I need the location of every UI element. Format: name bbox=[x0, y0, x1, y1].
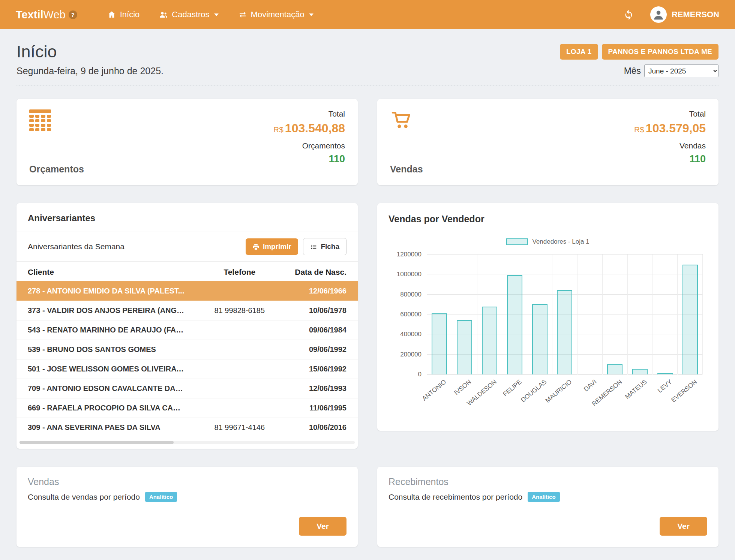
cell-cliente: 709 - ANTONIO EDSON CAVALCANTE DAN... bbox=[16, 379, 196, 398]
cell-nascimento: 12/06/1966 bbox=[283, 281, 358, 301]
cell-cliente: 278 - ANTONIO EMIDIO DA SILVA (PALEST... bbox=[16, 281, 196, 301]
table-row[interactable]: 309 - ANA SEVERINA PAES DA SILVA 81 9967… bbox=[16, 418, 358, 437]
brand[interactable]: TextilWeb ? bbox=[16, 9, 77, 21]
total-label: Total bbox=[273, 109, 345, 118]
caret-down-icon bbox=[214, 13, 219, 16]
nav-item-label: Início bbox=[120, 10, 140, 19]
bar[interactable] bbox=[432, 313, 447, 374]
exchange-icon bbox=[238, 10, 247, 19]
horizontal-scrollbar bbox=[20, 441, 355, 444]
y-axis-tick: 400000 bbox=[400, 331, 422, 338]
total-label: Total bbox=[634, 109, 706, 118]
bar-slot bbox=[477, 255, 502, 374]
print-button[interactable]: Imprimir bbox=[246, 238, 298, 255]
refresh-icon[interactable] bbox=[624, 10, 634, 20]
table-row[interactable]: 709 - ANTONIO EDSON CAVALCANTE DAN... 12… bbox=[16, 379, 358, 398]
x-axis-label: FELIPE bbox=[501, 378, 523, 398]
users-icon bbox=[159, 10, 168, 19]
bar[interactable] bbox=[457, 320, 472, 374]
brand-textil: Textil bbox=[16, 9, 44, 21]
report-subtitle: Consulta de vendas por período bbox=[28, 493, 140, 502]
store-badge[interactable]: LOJA 1 bbox=[560, 44, 598, 60]
print-button-label: Imprimir bbox=[263, 243, 291, 251]
cell-nascimento: 11/06/1995 bbox=[283, 398, 358, 418]
bar-slot bbox=[527, 255, 552, 374]
table-row[interactable]: 373 - VALDIR DOS ANJOS PEREIRA (ANGE... … bbox=[16, 301, 358, 320]
navbar-right: REMERSON bbox=[624, 6, 719, 23]
card-title: Vendas bbox=[390, 164, 423, 175]
vendas-report-card: Vendas Consulta de vendas por período An… bbox=[16, 467, 358, 547]
cell-nascimento: 10/06/1978 bbox=[283, 301, 358, 320]
help-icon[interactable]: ? bbox=[69, 10, 77, 19]
birthdays-table: Cliente Telefone Data de Nasc. 278 - ANT… bbox=[16, 262, 358, 437]
cell-telefone: 81 99828-6185 bbox=[196, 301, 283, 320]
shopping-cart-icon bbox=[390, 109, 412, 130]
x-axis-slot: MAURICIO bbox=[552, 374, 578, 410]
cell-nascimento: 12/06/1993 bbox=[283, 379, 358, 398]
date-row: Segunda-feira, 9 de junho de 2025. Mês J… bbox=[16, 64, 718, 85]
x-axis-label: LEVY bbox=[656, 378, 674, 394]
col-telefone: Telefone bbox=[196, 262, 283, 281]
bar[interactable] bbox=[482, 307, 497, 374]
amount: 103.540,88 bbox=[285, 121, 345, 135]
count-value: 110 bbox=[273, 153, 345, 165]
table-row[interactable]: 539 - BRUNO DOS SANTOS GOMES 09/06/1992 bbox=[16, 340, 358, 359]
x-axis-label: IVSON bbox=[453, 378, 473, 397]
cell-nascimento: 09/06/1984 bbox=[283, 320, 358, 340]
nav-item-cadastros[interactable]: Cadastros bbox=[152, 5, 225, 24]
bar-slot bbox=[652, 255, 677, 374]
bar[interactable] bbox=[532, 304, 548, 374]
nav-item-inicio[interactable]: Início bbox=[100, 5, 147, 24]
summary-cards: Orçamentos Total R$103.540,88 Orçamentos… bbox=[16, 99, 718, 185]
cell-cliente: 309 - ANA SEVERINA PAES DA SILVA bbox=[16, 418, 196, 437]
x-axis-label: DAVI bbox=[582, 378, 598, 393]
y-axis-tick: 600000 bbox=[400, 311, 422, 318]
ver-vendas-button[interactable]: Ver bbox=[299, 517, 346, 536]
cell-cliente: 543 - RENATO MARINHO DE ARAUJO (FAZ... bbox=[16, 320, 196, 340]
month-filter: Mês June - 2025 bbox=[624, 64, 718, 77]
bar[interactable] bbox=[632, 369, 648, 374]
home-icon bbox=[107, 10, 116, 19]
bar-chart-plot: 020000040000060000080000010000001200000 bbox=[427, 255, 703, 374]
ficha-button[interactable]: Ficha bbox=[303, 238, 346, 255]
bar-slot bbox=[627, 255, 652, 374]
x-axis-slot: FELIPE bbox=[502, 374, 527, 410]
cell-cliente: 539 - BRUNO DOS SANTOS GOMES bbox=[16, 340, 196, 359]
nav-item-label: Movimentação bbox=[251, 10, 304, 19]
brand-web: Web bbox=[44, 9, 66, 21]
x-axis-slot: MATEUS bbox=[627, 374, 652, 410]
bar[interactable] bbox=[607, 364, 622, 374]
company-badge[interactable]: PANNOS E PANNOS LTDA ME bbox=[602, 44, 718, 60]
bar[interactable] bbox=[682, 265, 698, 374]
bar[interactable] bbox=[557, 290, 572, 374]
chart-x-axis-labels: ANTONIOIVSONWALDESONFELIPEDOUGLASMAURICI… bbox=[427, 374, 703, 410]
user-menu[interactable]: REMERSON bbox=[650, 6, 719, 23]
y-axis-tick: 1200000 bbox=[397, 251, 422, 258]
list-icon bbox=[310, 243, 317, 250]
ver-recebimentos-button[interactable]: Ver bbox=[660, 517, 707, 536]
chart-legend[interactable]: Vendedores - Loja 1 bbox=[388, 238, 707, 246]
table-row[interactable]: 669 - RAFAELA PROCOPIO DA SILVA CARV... … bbox=[16, 398, 358, 418]
nav-item-movimentacao[interactable]: Movimentação bbox=[231, 5, 320, 24]
table-row[interactable]: 278 - ANTONIO EMIDIO DA SILVA (PALEST...… bbox=[16, 281, 358, 301]
bar[interactable] bbox=[507, 275, 522, 374]
table-row[interactable]: 543 - RENATO MARINHO DE ARAUJO (FAZ... 0… bbox=[16, 320, 358, 340]
cell-telefone bbox=[196, 340, 283, 359]
birthdays-subtitle: Aniversariantes da Semana bbox=[28, 242, 124, 251]
table-row[interactable]: 501 - JOSE WELISSON GOMES OLIVEIRA (... … bbox=[16, 359, 358, 379]
x-axis-slot: WALDESON bbox=[477, 374, 502, 410]
cell-cliente: 373 - VALDIR DOS ANJOS PEREIRA (ANGE... bbox=[16, 301, 196, 320]
orcamentos-card: Orçamentos Total R$103.540,88 Orçamentos… bbox=[16, 99, 358, 185]
current-date: Segunda-feira, 9 de junho de 2025. bbox=[16, 66, 164, 76]
month-label: Mês bbox=[624, 66, 641, 76]
bar-slot bbox=[602, 255, 627, 374]
count-value: 110 bbox=[634, 153, 706, 165]
x-axis-slot: REMERSON bbox=[602, 374, 627, 410]
recebimentos-report-card: Recebimentos Consulta de recebimentos po… bbox=[377, 467, 718, 547]
x-axis-slot: ANTONIO bbox=[427, 374, 452, 410]
month-select[interactable]: June - 2025 bbox=[644, 64, 718, 77]
scrollbar-thumb[interactable] bbox=[20, 441, 174, 444]
currency: R$ bbox=[634, 125, 644, 134]
bar-slot bbox=[502, 255, 527, 374]
analitico-badge: Analítico bbox=[145, 492, 177, 502]
